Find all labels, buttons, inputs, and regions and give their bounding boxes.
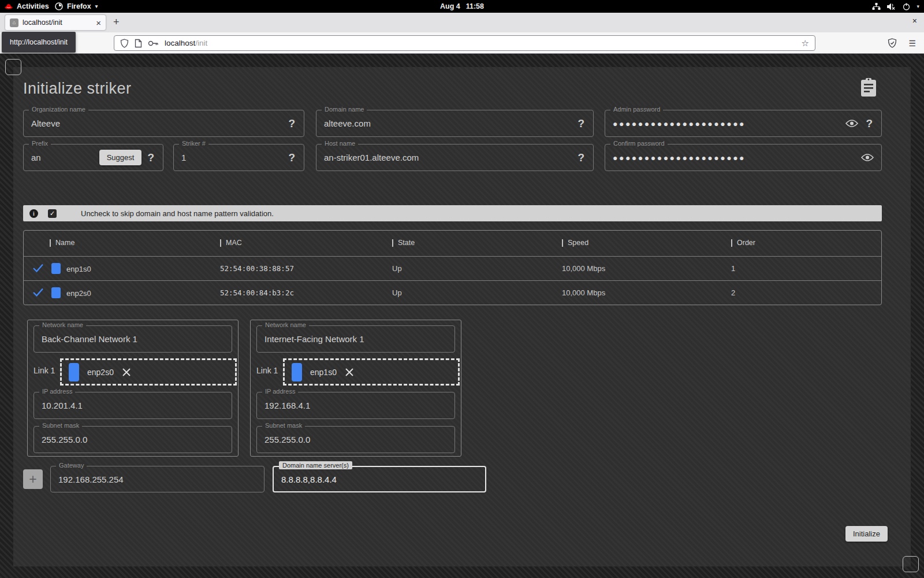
help-icon[interactable]: ? xyxy=(147,151,154,164)
interface-chip[interactable] xyxy=(292,363,302,381)
column-header-name[interactable]: Name xyxy=(50,239,74,247)
address-bar[interactable]: localhost/init ☆ xyxy=(114,35,815,51)
prefix-field[interactable]: Prefix an Suggest ? xyxy=(23,144,163,171)
site-favicon: ⌂ xyxy=(10,18,18,27)
help-icon[interactable]: ? xyxy=(866,117,873,130)
striker-number-field[interactable]: Striker # 1 ? xyxy=(173,144,304,171)
show-password-eye-icon[interactable] xyxy=(861,153,874,162)
subnet-mask-field[interactable]: Subnet mask 255.255.0.0 xyxy=(256,426,455,453)
confirm-password-field[interactable]: Confirm password ●●●●●●●●●●●●●●●●●●●●● xyxy=(605,144,882,171)
help-icon[interactable]: ? xyxy=(288,151,295,164)
prefix-value[interactable]: an xyxy=(31,153,99,162)
nic-speed: 10,000 Mbps xyxy=(562,264,605,273)
nic-mac: 52:54:00:38:88:57 xyxy=(220,264,294,273)
validation-notice-bar: i ✓ Uncheck to skip domain and host name… xyxy=(23,205,882,221)
selected-check-icon[interactable] xyxy=(32,263,44,273)
table-row[interactable]: enp1s0 52:54:00:38:88:57 Up 10,000 Mbps … xyxy=(24,256,881,280)
admin-password-value[interactable]: ●●●●●●●●●●●●●●●●●●●●● xyxy=(613,119,845,128)
column-header-order[interactable]: Order xyxy=(731,239,755,247)
subnet-mask-value[interactable]: 255.255.0.0 xyxy=(264,435,454,444)
nic-order: 2 xyxy=(731,288,735,297)
admin-password-field[interactable]: Admin password ●●●●●●●●●●●●●●●●●●●●● ? xyxy=(605,110,882,137)
network-name-value[interactable]: Back-Channel Network 1 xyxy=(42,334,232,344)
gateway-value[interactable]: 192.168.255.254 xyxy=(58,475,264,484)
drag-handle-chip[interactable] xyxy=(51,287,61,298)
add-network-button[interactable]: + xyxy=(23,469,43,489)
domain-name-label: Domain name xyxy=(322,106,367,113)
info-icon: i xyxy=(29,209,38,218)
help-icon[interactable]: ? xyxy=(578,117,584,130)
ip-address-label: IP address xyxy=(39,388,75,395)
interface-drop-zone[interactable]: enp2s0 xyxy=(60,358,237,386)
link-label: Link 1 xyxy=(256,366,278,375)
organization-name-label: Organization name xyxy=(29,106,88,113)
initialize-button[interactable]: Initialize xyxy=(845,526,888,542)
domain-name-field[interactable]: Domain name alteeve.com ? xyxy=(316,110,594,137)
ip-address-field[interactable]: IP address 192.168.4.1 xyxy=(256,392,455,419)
new-tab-button[interactable]: + xyxy=(113,16,120,28)
subnet-mask-value[interactable]: 255.255.0.0 xyxy=(42,435,232,444)
striker-number-value[interactable]: 1 xyxy=(181,153,288,162)
browser-navbar: localhost/init ☆ ☰ xyxy=(0,32,924,54)
help-icon[interactable]: ? xyxy=(578,151,584,164)
bookmark-star-icon[interactable]: ☆ xyxy=(802,38,809,49)
protections-shield-icon[interactable] xyxy=(888,38,897,48)
column-header-state[interactable]: State xyxy=(392,239,415,247)
organization-name-field[interactable]: Organization name Alteeve ? xyxy=(23,110,304,137)
ip-address-value[interactable]: 10.201.4.1 xyxy=(42,401,232,410)
column-header-mac[interactable]: MAC xyxy=(220,239,242,247)
help-icon[interactable]: ? xyxy=(288,117,295,130)
volume-muted-icon xyxy=(887,3,896,10)
nic-mac: 52:54:00:84:b3:2c xyxy=(220,288,294,297)
host-name-label: Host name xyxy=(322,140,358,147)
host-name-value[interactable]: an-striker01.alteeve.com xyxy=(324,153,578,162)
url-tooltip: http://localhost/init xyxy=(2,32,76,53)
interface-drop-zone[interactable]: enp1s0 xyxy=(283,358,460,386)
nic-name: enp1s0 xyxy=(66,265,91,273)
remove-interface-icon[interactable] xyxy=(345,368,354,377)
power-icon xyxy=(903,3,910,10)
organization-name-value[interactable]: Alteeve xyxy=(31,118,288,128)
column-header-speed[interactable]: Speed xyxy=(562,239,588,247)
system-tray[interactable]: ▾ xyxy=(872,0,919,13)
selected-check-icon[interactable] xyxy=(32,287,44,297)
window-close-icon[interactable]: × xyxy=(912,16,917,25)
validation-checkbox[interactable]: ✓ xyxy=(48,209,57,218)
network-config-box-ifn: Network name Internet-Facing Network 1 L… xyxy=(250,320,461,457)
key-icon xyxy=(148,40,159,47)
confirm-password-value[interactable]: ●●●●●●●●●●●●●●●●●●●●● xyxy=(613,153,861,162)
gateway-field[interactable]: Gateway 192.168.255.254 xyxy=(50,466,264,492)
hamburger-menu-icon[interactable]: ☰ xyxy=(908,39,916,48)
browser-tab[interactable]: ⌂ localhost/init × xyxy=(5,14,106,31)
domain-name-value[interactable]: alteeve.com xyxy=(324,118,578,128)
subnet-mask-label: Subnet mask xyxy=(39,422,82,429)
subnet-mask-field[interactable]: Subnet mask 255.255.0.0 xyxy=(33,426,232,453)
url-text[interactable]: localhost/init xyxy=(165,39,796,47)
network-interface-table: Name MAC State Speed Order enp1s0 52:54:… xyxy=(23,230,882,305)
browser-tab-bar: ⌂ localhost/init × + × xyxy=(0,13,924,32)
clipboard-icon[interactable] xyxy=(860,77,877,97)
dns-value[interactable]: 8.8.8.8,8.8.4.4 xyxy=(281,475,485,484)
ip-address-field[interactable]: IP address 10.201.4.1 xyxy=(33,392,232,419)
remove-interface-icon[interactable] xyxy=(122,368,131,377)
ip-address-value[interactable]: 192.168.4.1 xyxy=(264,401,454,410)
interface-chip[interactable] xyxy=(69,363,79,381)
host-name-field[interactable]: Host name an-striker01.alteeve.com ? xyxy=(316,144,594,171)
drag-handle-chip[interactable] xyxy=(51,263,61,274)
tab-close-icon[interactable]: × xyxy=(96,18,101,27)
dns-label: Domain name server(s) xyxy=(279,461,352,469)
clock[interactable]: Aug 4 11:58 xyxy=(0,0,924,13)
table-row[interactable]: enp2s0 52:54:00:84:b3:2c Up 10,000 Mbps … xyxy=(24,280,881,305)
nic-name: enp2s0 xyxy=(66,289,91,298)
clock-time: 11:58 xyxy=(466,2,484,10)
wired-network-icon xyxy=(872,3,881,10)
network-name-field[interactable]: Network name Back-Channel Network 1 xyxy=(33,325,232,353)
network-name-field[interactable]: Network name Internet-Facing Network 1 xyxy=(256,325,455,353)
network-name-value[interactable]: Internet-Facing Network 1 xyxy=(264,334,454,344)
dns-field[interactable]: Domain name server(s) 8.8.8.8,8.8.4.4 xyxy=(273,466,486,492)
suggest-button[interactable]: Suggest xyxy=(99,150,142,165)
page-title: Initialize striker xyxy=(23,80,132,98)
network-config-box-bcn: Network name Back-Channel Network 1 Link… xyxy=(27,320,239,457)
show-password-eye-icon[interactable] xyxy=(845,119,858,128)
nic-state: Up xyxy=(392,264,402,273)
